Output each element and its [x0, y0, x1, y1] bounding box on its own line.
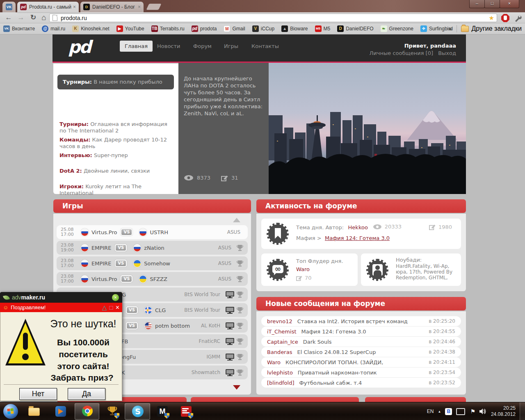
nav-games[interactable]: Игры [224, 43, 238, 49]
home-icon[interactable]: ⌂ [39, 13, 49, 23]
match-row[interactable]: 25.0817:00 Virtus.Pro VS USTRH ASUS [57, 225, 248, 239]
taskbar-skype-button-active[interactable]: S [125, 403, 150, 420]
bookmark-bioware[interactable]: ▲Bioware [281, 25, 308, 32]
bookmarks-chevron-icon[interactable]: » [449, 25, 452, 32]
prodota-icon: pd [192, 25, 198, 32]
private-messages-link[interactable]: Личные сообщения [0] [370, 50, 433, 56]
nav-forum[interactable]: Форум [193, 43, 212, 49]
clock[interactable]: 20:25 24.08.2012 [491, 405, 516, 418]
taskbar-m-app-button[interactable]: M [156, 405, 169, 418]
window-minimize-button[interactable]: – [469, 0, 485, 8]
bookmark-star-icon[interactable]: ★ [489, 14, 494, 22]
back-icon[interactable]: ← [3, 13, 14, 23]
news-item[interactable]: Интервью: Super-пупер [59, 152, 173, 159]
stream-monitor-icon [225, 353, 235, 361]
bookmark-youtube[interactable]: ▶YouTube [116, 25, 144, 32]
match-row[interactable]: 23.0817:00 Virtus.Pro VS SFZZZ ASUS [57, 272, 248, 286]
tray-b-icon[interactable]: B [445, 408, 452, 415]
triangle-icon[interactable]: △ [102, 304, 107, 311]
action-center-flag-icon[interactable]: ⚑ [470, 408, 475, 415]
window-maximize-button[interactable]: □ [484, 0, 500, 8]
tab-close-icon[interactable]: × [138, 4, 141, 10]
other-bookmarks-button[interactable]: Другие закладки [471, 25, 522, 32]
popup-yes-button[interactable]: Да [68, 388, 105, 400]
taskbar-game-button[interactable] [106, 405, 119, 418]
message-row[interactable]: [blindfold] Футбольный сабж. т.4 в 20:23… [261, 378, 461, 388]
bookmark-m5[interactable]: M5M5 [315, 25, 331, 32]
scroll-down-icon[interactable] [233, 385, 240, 390]
forward-icon[interactable]: → [16, 13, 26, 23]
window-close-button[interactable]: × [500, 0, 519, 8]
bookmark-danieldefo[interactable]: DDanielDEFO [337, 25, 373, 32]
topic-link[interactable]: Мафия 124: Готема 3.0 [325, 235, 390, 241]
scroll-up-icon[interactable] [233, 218, 240, 222]
bookmark-gmail[interactable]: MGmail [224, 25, 245, 32]
network-icon[interactable] [456, 408, 465, 415]
news-item[interactable]: Турниры: Оглашена вся информация по The … [59, 121, 173, 134]
url-text[interactable]: prodota.ru [61, 15, 87, 21]
bookmark-iccup[interactable]: ViCCup [252, 25, 274, 32]
wrench-menu-icon[interactable] [514, 14, 522, 23]
logout-link[interactable]: Выход [438, 50, 456, 56]
trophy-icon [236, 354, 244, 361]
volume-icon[interactable] [479, 409, 486, 414]
reload-icon[interactable]: ↻ [28, 13, 39, 23]
match-row[interactable]: 23.0819:00 EMPIRE VS zNation ASUS [57, 241, 248, 255]
tray-expand-icon[interactable]: ▲ [438, 410, 441, 413]
bookmark-terrabits[interactable]: TBTerrabits.ru [151, 25, 185, 32]
message-row[interactable]: Captain_Ice Dark Souls в 20:24:46 [261, 337, 461, 347]
message-row[interactable]: iT_Chemist Мафия 124: Готема 3.0 в 20:24… [261, 326, 461, 336]
adblock-extension-icon[interactable] [501, 14, 509, 22]
message-row[interactable]: Banderas El Clasico 24.08.12 SuperCup в … [261, 347, 461, 357]
site-logo[interactable]: pd [68, 37, 90, 57]
nav-home[interactable]: Главная [120, 41, 153, 52]
start-button[interactable] [3, 404, 18, 419]
bookmark-surfingbird[interactable]: ✈Surfingbird [420, 25, 453, 32]
news-item[interactable]: DotA 2: Двойные линии, связки [59, 168, 173, 174]
news-item-active[interactable]: Турниры: В нашем полку прибыло [57, 75, 174, 89]
terrabits-icon: TB [151, 25, 158, 32]
top-flooder-card[interactable]: ∞ Топ Флудер дня. Waro 70 [261, 253, 358, 286]
flag-russia-icon [139, 228, 147, 236]
new-tab-button[interactable] [146, 4, 162, 10]
games-header: Игры [53, 199, 251, 213]
bioware-icon: ▲ [281, 25, 288, 32]
bookmark-vkontakte[interactable]: VKВконтакте [3, 25, 35, 32]
pinned-tab-vk[interactable]: VK [2, 2, 16, 12]
bookmark-mailru[interactable]: @mail.ru [42, 25, 65, 32]
vs-badge: VS [126, 306, 138, 314]
message-row[interactable]: Waro КОНСПИРОЛОГИИ ТОПАН. (ЗАЙДИ, в 20:2… [261, 357, 461, 367]
topic-of-day-card[interactable]: Тема дня. Автор: Hekkoo Мафия > Мафия 12… [261, 219, 461, 249]
tab-title: Prodota.ru - самый боль [29, 4, 71, 10]
address-bar[interactable]: prodota.ru ★ [49, 14, 497, 22]
popup-close-icon[interactable]: × [112, 294, 119, 301]
windows-logo-icon [7, 408, 14, 415]
nobody-card[interactable]: Ноубади: HardR.Fatality, Wi-Ap, юра, 17t… [361, 253, 461, 286]
show-desktop-button[interactable] [520, 402, 525, 420]
message-row[interactable]: brevno12 Ставка на Int2. История встреч … [261, 316, 461, 326]
taskbar-prodota-app-button[interactable] [180, 405, 193, 418]
topic-author[interactable]: Hekkoo [348, 224, 368, 231]
flooder-name[interactable]: Waro [296, 266, 310, 272]
news-item[interactable]: Игроки: Kuroky летит на The Internationa… [59, 183, 173, 196]
bookmark-greenzone[interactable]: ❧Greenzone [381, 25, 413, 32]
seattle-skyline-photo[interactable] [269, 63, 466, 194]
tab-close-icon[interactable]: × [73, 4, 76, 10]
tab-prodota[interactable]: pd Prodota.ru - самый боль × [17, 2, 79, 12]
taskbar-mediaplayer-button[interactable] [54, 405, 67, 418]
message-row[interactable]: lvlephisto Приватный наркоман-топик в 20… [261, 368, 461, 377]
popup-congrats-bar: ☺ Поздравляем! △ □ × [0, 303, 122, 312]
bookmark-prodota[interactable]: pdprodota [192, 25, 217, 32]
bookmark-kinoshek[interactable]: KKinoshek.net [72, 25, 109, 32]
nav-contacts[interactable]: Контакты [251, 43, 279, 49]
news-item[interactable]: Команды: Как Дарер проводят 10-12 часов … [59, 137, 173, 150]
taskbar-explorer-button[interactable] [27, 405, 40, 418]
tab-danieldefo[interactable]: D DanielDEFO - Блог Дуэлис × [80, 2, 144, 12]
popup-no-button[interactable]: Нет [19, 388, 57, 400]
taskbar-chrome-button-active[interactable] [75, 403, 99, 420]
nav-news[interactable]: Новости [157, 43, 180, 49]
square-icon[interactable]: □ [110, 304, 113, 311]
match-row[interactable]: 23.0817:00 EMPIRE VS Somehow ASUS [57, 256, 248, 270]
x-close-icon[interactable]: × [116, 304, 119, 311]
language-indicator[interactable]: EN [427, 409, 434, 414]
